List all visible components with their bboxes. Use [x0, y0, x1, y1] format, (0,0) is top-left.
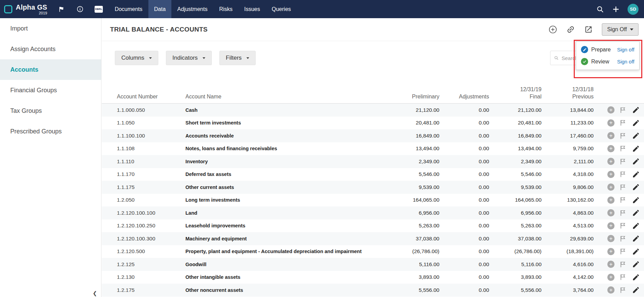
row-edit-icon[interactable]	[632, 235, 640, 243]
row-flag-icon[interactable]	[619, 157, 627, 166]
row-edit-icon[interactable]	[632, 170, 640, 178]
header-account-name[interactable]: Account Name	[185, 94, 388, 100]
row-edit-icon[interactable]	[632, 209, 640, 217]
row-add-icon[interactable]	[607, 106, 615, 114]
table-row[interactable]: 1.2.120.100.300 Machinery and equipment …	[102, 232, 644, 245]
table-row[interactable]: 1.1.050 Short term investments 20,481.00…	[102, 117, 644, 130]
table-row[interactable]: 1.1.100.100 Accounts receivable 16,849.0…	[102, 129, 644, 142]
table-row[interactable]: 1.2.125 Goodwill 5,116.00 0.00 5,116.00 …	[102, 258, 644, 271]
table-row[interactable]: 1.2.175 Other noncurrent assets 5,556.00…	[102, 284, 644, 297]
table-row[interactable]: 1.1.175 Other current assets 9,539.00 0.…	[102, 181, 644, 194]
review-sign-off-link[interactable]: Sign off	[617, 59, 634, 64]
row-add-icon[interactable]	[607, 222, 615, 229]
sign-off-button[interactable]: Sign Off	[602, 23, 639, 36]
row-add-icon[interactable]	[607, 119, 615, 127]
row-edit-icon[interactable]	[632, 196, 640, 204]
info-icon[interactable]	[76, 5, 84, 13]
sidebar-item-accounts[interactable]: Accounts	[0, 59, 101, 80]
table-row[interactable]: 1.1.170 Deferred tax assets 5,546.00 0.0…	[102, 168, 644, 181]
table-row[interactable]: 1.2.120.500 Property, plant and equipmen…	[102, 245, 644, 258]
sidebar-item-prescribed-groups[interactable]: Prescribed Groups	[0, 121, 101, 142]
row-flag-icon[interactable]	[619, 247, 627, 256]
row-flag-icon[interactable]	[619, 273, 627, 281]
table-row[interactable]: 1.1.108 Notes, loans and financing recei…	[102, 142, 644, 155]
header-final[interactable]: 12/31/19 Final	[489, 86, 542, 100]
table-row[interactable]: 1.1.000.050 Cash 21,120.00 0.00 21,120.0…	[102, 104, 644, 117]
row-add-icon[interactable]	[607, 248, 615, 255]
header-preliminary[interactable]: Preliminary	[388, 94, 439, 100]
row-flag-icon[interactable]	[619, 286, 627, 294]
cell-preliminary: 20,481.00	[388, 120, 439, 126]
table-row[interactable]: 1.2.120.100.250 Leasehold improvements 5…	[102, 219, 644, 233]
xbrl-icon[interactable]: XBRL	[95, 5, 103, 13]
row-flag-icon[interactable]	[619, 119, 627, 127]
row-flag-icon[interactable]	[619, 170, 627, 178]
table-row[interactable]: 1.2.120.100.100 Land 6,956.00 0.00 6,956…	[102, 206, 644, 219]
nav-adjustments[interactable]: Adjustments	[171, 0, 213, 18]
row-add-icon[interactable]	[607, 286, 615, 294]
sidebar-item-import[interactable]: Import	[0, 18, 101, 39]
row-flag-icon[interactable]	[619, 209, 627, 217]
header-account-number[interactable]: Account Number	[117, 94, 185, 100]
row-edit-icon[interactable]	[632, 183, 640, 191]
header-previous[interactable]: 12/31/18 Previous	[542, 86, 594, 100]
nav-documents[interactable]: Documents	[109, 0, 148, 18]
row-edit-icon[interactable]	[632, 222, 640, 230]
prepare-sign-off-link[interactable]: Sign off	[617, 47, 634, 52]
row-edit-icon[interactable]	[632, 132, 640, 140]
flag-icon[interactable]	[58, 5, 66, 13]
table-row[interactable]: 1.2.050 Long term investments 164,065.00…	[102, 194, 644, 207]
search-icon[interactable]	[596, 5, 604, 13]
cell-preliminary: 13,494.00	[388, 145, 439, 152]
row-add-icon[interactable]	[607, 145, 615, 152]
nav-data[interactable]: Data	[148, 0, 172, 18]
table-row[interactable]: 1.2.130 Other intangible assets 3,893.00…	[102, 271, 644, 284]
row-edit-icon[interactable]	[632, 260, 640, 269]
row-add-icon[interactable]	[607, 183, 615, 191]
cell-final: 6,956.00	[489, 210, 542, 216]
nav-queries[interactable]: Queries	[266, 0, 297, 18]
row-flag-icon[interactable]	[619, 144, 627, 153]
row-add-icon[interactable]	[607, 132, 615, 139]
row-add-icon[interactable]	[607, 158, 615, 165]
sidebar-item-tax-groups[interactable]: Tax Groups	[0, 100, 101, 121]
row-add-icon[interactable]	[607, 171, 615, 178]
user-avatar[interactable]: SD	[628, 4, 639, 15]
sidebar-collapse-icon[interactable]: ❮	[93, 290, 97, 296]
row-edit-icon[interactable]	[632, 157, 640, 166]
add-circle-icon[interactable]	[548, 25, 557, 34]
table-row[interactable]: 1.1.110 Inventory 2,349.00 0.00 2,349.00…	[102, 155, 644, 168]
link-icon[interactable]	[566, 25, 575, 34]
sidebar-item-assign-accounts[interactable]: Assign Accounts	[0, 39, 101, 59]
row-edit-icon[interactable]	[632, 286, 640, 294]
row-edit-icon[interactable]	[632, 106, 640, 114]
row-actions	[594, 260, 644, 269]
sidebar-item-financial-groups[interactable]: Financial Groups	[0, 80, 101, 100]
row-flag-icon[interactable]	[619, 222, 627, 230]
filters-button[interactable]: Filters	[219, 51, 256, 65]
add-icon[interactable]	[612, 5, 620, 13]
row-flag-icon[interactable]	[619, 132, 627, 140]
export-icon[interactable]	[584, 25, 593, 34]
row-add-icon[interactable]	[607, 261, 615, 268]
row-edit-icon[interactable]	[632, 247, 640, 256]
nav-issues[interactable]: Issues	[239, 0, 266, 18]
indicators-button[interactable]: Indicators	[166, 51, 212, 65]
row-flag-icon[interactable]	[619, 106, 627, 114]
row-flag-icon[interactable]	[619, 260, 627, 269]
row-add-icon[interactable]	[607, 274, 615, 281]
row-flag-icon[interactable]	[619, 196, 627, 204]
row-edit-icon[interactable]	[632, 273, 640, 281]
row-add-icon[interactable]	[607, 235, 615, 242]
row-flag-icon[interactable]	[619, 183, 627, 191]
cell-account-number: 1.1.110	[117, 158, 185, 165]
columns-button[interactable]: Columns	[115, 51, 158, 65]
header-adjustments[interactable]: Adjustments	[439, 94, 489, 100]
brand-name: Alpha GS	[16, 3, 47, 11]
row-edit-icon[interactable]	[632, 119, 640, 127]
row-add-icon[interactable]	[607, 209, 615, 216]
row-flag-icon[interactable]	[619, 235, 627, 243]
row-edit-icon[interactable]	[632, 144, 640, 153]
row-add-icon[interactable]	[607, 197, 615, 204]
nav-risks[interactable]: Risks	[213, 0, 238, 18]
